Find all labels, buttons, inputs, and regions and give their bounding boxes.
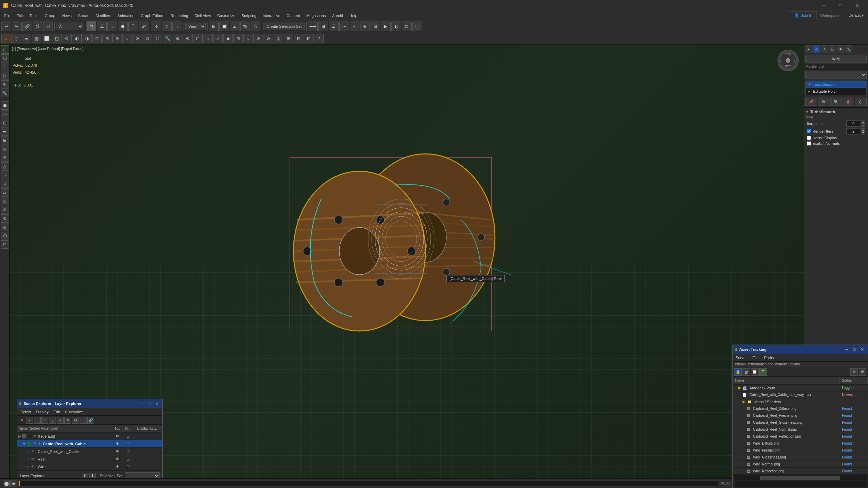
menu-modifiers[interactable]: Modifiers (93, 11, 114, 20)
menu-help[interactable]: Help (347, 11, 360, 20)
se-tool-refresh[interactable]: ↻ (64, 417, 71, 424)
left-tool-11[interactable]: ☷ (1, 188, 9, 197)
percent-snap-button[interactable]: % (240, 22, 250, 31)
se-footer-btn-1[interactable]: ⬆ (82, 473, 88, 479)
select-link-button[interactable]: 🔗 (22, 22, 32, 31)
at-tool-1[interactable]: 🔒 (734, 368, 742, 376)
modifier-turbosmooth[interactable]: 👁 TurboSmooth (806, 81, 866, 88)
curve-editor-button[interactable]: 〜 (339, 22, 349, 31)
secondary-btn-29[interactable]: ⊞ (284, 34, 293, 43)
left-tool-10[interactable]: ○ (1, 180, 9, 188)
menu-rendering[interactable]: Rendering (168, 11, 191, 20)
se-tool-add[interactable]: + (80, 417, 87, 424)
modifier-list-dropdown[interactable] (805, 71, 867, 78)
viewport-nav-sphere[interactable]: TOP BOT L R (776, 48, 800, 73)
secondary-btn-10[interactable]: ⊡ (92, 34, 102, 43)
menu-views[interactable]: Views (59, 11, 74, 20)
secondary-btn-6[interactable]: ◫ (52, 34, 62, 43)
ts-eye-icon[interactable]: 👁 (808, 83, 811, 86)
select-by-name-button[interactable]: ☰ (97, 22, 107, 31)
reference-coord-dropdown[interactable]: View World Local (185, 23, 206, 30)
left-tool-15[interactable]: ⊝ (1, 223, 9, 231)
at-tool-refresh[interactable]: ↻ (850, 368, 858, 376)
material-editor-button[interactable]: ◈ (360, 22, 370, 31)
at-tool-4[interactable]: ☰ (759, 368, 767, 376)
at-row-tex-9[interactable]: 🖼 Wire_Reflection.png Found (733, 468, 868, 475)
batch-render-button[interactable]: ⬚ (412, 22, 422, 31)
align-button[interactable]: ⊞ (318, 22, 328, 31)
activeshade-button[interactable]: ◐ (391, 22, 401, 31)
menu-scripting[interactable]: Scripting (239, 11, 259, 20)
at-menu-server[interactable]: Server (734, 355, 748, 361)
left-tool-16[interactable]: ⬡ (1, 232, 9, 240)
left-tool-5[interactable]: ⊞ (1, 136, 9, 144)
scene-row-cable-reel-layer[interactable]: ▼ ☰ 👁 Cable_Reel_with_Cable ❄ ◻ (17, 440, 162, 448)
at-horizontal-scrollbar[interactable] (733, 476, 867, 480)
render-iters-input[interactable] (846, 128, 860, 134)
scene-explorer-close[interactable]: ✕ (153, 400, 160, 407)
scene-row-default-layer[interactable]: ▶ ☰ 👁 0 (default) ❄ ◻ (17, 432, 162, 440)
at-row-vault[interactable]: ▶ 🏦 Autodesk Vault Logged... (733, 384, 868, 391)
menu-edit[interactable]: Edit (14, 11, 26, 20)
secondary-btn-17[interactable]: 🔧 (163, 34, 172, 43)
signin-button[interactable]: 👤 Sign In (790, 11, 817, 20)
se-tool-sort[interactable]: ↕ (41, 417, 48, 424)
at-row-maxfile[interactable]: 📄 Cable_Reel_with_Cable_max_vray.max Net… (733, 391, 868, 398)
at-row-tex-7[interactable]: 🖼 Wire_Glossiness.png Found (733, 454, 868, 461)
select-rotate-button[interactable]: ↻ (162, 22, 172, 31)
at-path-input[interactable] (734, 482, 866, 487)
menu-create[interactable]: Create (75, 11, 92, 20)
secondary-btn-13[interactable]: ○ (122, 34, 132, 43)
se-tool-check[interactable]: ✓ (26, 417, 33, 424)
rph-display[interactable]: 👁 (837, 46, 844, 53)
se-menu-display[interactable]: Display (34, 409, 51, 415)
at-close[interactable]: ✕ (859, 346, 866, 353)
at-row-tex-0[interactable]: 🖼 Clipboard_Reel_Diffuse.png Found (733, 405, 868, 412)
select-object-button[interactable]: ◻ (87, 22, 96, 31)
menu-megascans[interactable]: Megascans (303, 11, 328, 20)
rect-select-button[interactable]: ▭ (107, 22, 117, 31)
at-row-tex-8[interactable]: 🖼 Wire_Normal.png Found (733, 461, 868, 468)
secondary-btn-3[interactable]: ☰ (22, 34, 31, 43)
spinner-snap-button[interactable]: ⇅ (251, 22, 260, 31)
se-menu-select[interactable]: Select (18, 409, 33, 415)
explicit-normals-checkbox[interactable] (807, 141, 811, 146)
secondary-btn-25[interactable]: ○ (243, 34, 253, 43)
scene-explorer-minimize[interactable]: ─ (138, 400, 145, 407)
left-motion-button[interactable]: ▷ (1, 72, 9, 80)
menu-animation[interactable]: Animation (115, 11, 137, 20)
secondary-btn-31[interactable]: ⊡ (304, 34, 314, 43)
left-tool-7[interactable]: ⊚ (1, 154, 9, 162)
secondary-btn-26[interactable]: ⊜ (253, 34, 263, 43)
left-tool-14[interactable]: ⊗ (1, 214, 9, 223)
menu-civil-view[interactable]: Civil View (192, 11, 213, 20)
at-menu-file[interactable]: File (751, 355, 760, 361)
at-tool-2[interactable]: 🗑 (743, 368, 750, 376)
rph-motion[interactable]: ▷ (829, 46, 836, 53)
left-hierarchy-button[interactable]: ⋮ (1, 63, 9, 71)
secondary-btn-27[interactable]: ⊝ (263, 34, 273, 43)
pivot-button[interactable]: ⊞ (209, 22, 219, 31)
at-restore[interactable]: □ (851, 346, 858, 353)
at-row-maps[interactable]: ▶ 📁 Maps / Shaders (733, 398, 868, 405)
left-tool-3[interactable]: ⊡ (1, 119, 9, 127)
stack-pin-button[interactable]: 📌 (805, 98, 817, 106)
fence-select-button[interactable]: ⬟ (118, 22, 128, 31)
close-button[interactable]: ✕ (849, 0, 865, 11)
se-footer-btn-2[interactable]: ⬇ (89, 473, 96, 479)
workspace-value[interactable]: Default ▾ (846, 11, 867, 20)
menu-tools[interactable]: Tools (27, 11, 41, 20)
rph-utilities[interactable]: 🔧 (845, 46, 852, 53)
undo-button[interactable]: ↩ (1, 22, 11, 31)
secondary-btn-5[interactable]: ⬜ (42, 34, 51, 43)
select-move-button[interactable]: ✛ (152, 22, 161, 31)
left-freeform-button[interactable]: ⬡ (1, 54, 9, 63)
minimize-button[interactable]: ─ (816, 0, 832, 11)
at-menu-paths[interactable]: Paths (763, 355, 775, 361)
stack-settings-button[interactable]: ⚙ (818, 98, 830, 106)
select-scale-button[interactable]: ⬦ (172, 22, 182, 31)
menu-interactive[interactable]: Interactive (260, 11, 283, 20)
timeline[interactable] (19, 480, 718, 487)
bind-to-spacewarp-button[interactable]: ⬡ (43, 22, 53, 31)
secondary-btn-30[interactable]: ⊟ (294, 34, 303, 43)
